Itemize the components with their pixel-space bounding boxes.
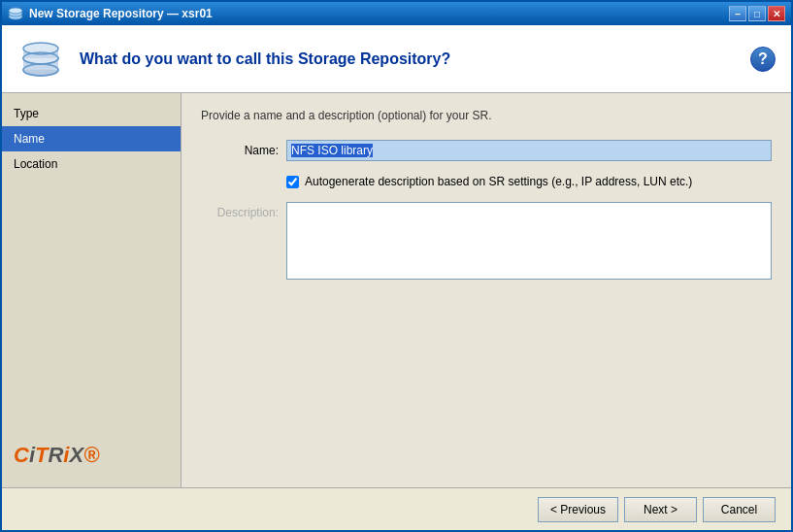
footer: < Previous Next > Cancel xyxy=(2,487,791,530)
main-window: New Storage Repository — xsr01 – □ ✕ Wha… xyxy=(0,0,793,532)
header-title: What do you want to call this Storage Re… xyxy=(80,50,750,68)
form-area: Provide a name and a description (option… xyxy=(182,93,791,487)
cancel-button[interactable]: Cancel xyxy=(703,497,776,522)
sidebar: Type Name Location CiTRiX® xyxy=(2,93,182,487)
name-label: Name: xyxy=(201,144,279,157)
form-description: Provide a name and a description (option… xyxy=(201,109,772,122)
description-textarea[interactable] xyxy=(286,202,772,280)
sidebar-item-name[interactable]: Name xyxy=(2,126,181,151)
minimize-button[interactable]: – xyxy=(729,6,746,21)
citrix-logo: CiTRiX® xyxy=(2,431,181,480)
citrix-logo-text: CiTRiX® xyxy=(14,443,99,467)
sidebar-item-type[interactable]: Type xyxy=(2,101,181,126)
next-button[interactable]: Next > xyxy=(624,497,697,522)
window-icon xyxy=(8,6,23,21)
close-button[interactable]: ✕ xyxy=(768,6,785,21)
window-title: New Storage Repository — xsr01 xyxy=(29,7,729,20)
main-content: Type Name Location CiTRiX® Provide a nam… xyxy=(2,93,791,487)
description-label: Description: xyxy=(201,202,279,219)
autogenerate-label: Autogenerate description based on SR set… xyxy=(305,175,692,188)
window-controls: – □ ✕ xyxy=(729,6,785,21)
header-area: What do you want to call this Storage Re… xyxy=(2,25,791,93)
svg-point-2 xyxy=(9,8,22,14)
sidebar-item-location[interactable]: Location xyxy=(2,151,181,177)
sidebar-nav: Type Name Location xyxy=(2,101,181,177)
previous-button[interactable]: < Previous xyxy=(538,497,618,522)
storage-icon xyxy=(17,36,64,83)
title-bar: New Storage Repository — xsr01 – □ ✕ xyxy=(2,2,791,25)
maximize-button[interactable]: □ xyxy=(748,6,766,21)
help-button[interactable]: ? xyxy=(750,47,776,72)
autogenerate-row: Autogenerate description based on SR set… xyxy=(286,175,772,188)
name-row: Name: xyxy=(201,140,772,161)
description-row: Description: xyxy=(201,202,772,280)
name-input[interactable] xyxy=(286,140,772,161)
autogenerate-checkbox[interactable] xyxy=(286,176,299,188)
